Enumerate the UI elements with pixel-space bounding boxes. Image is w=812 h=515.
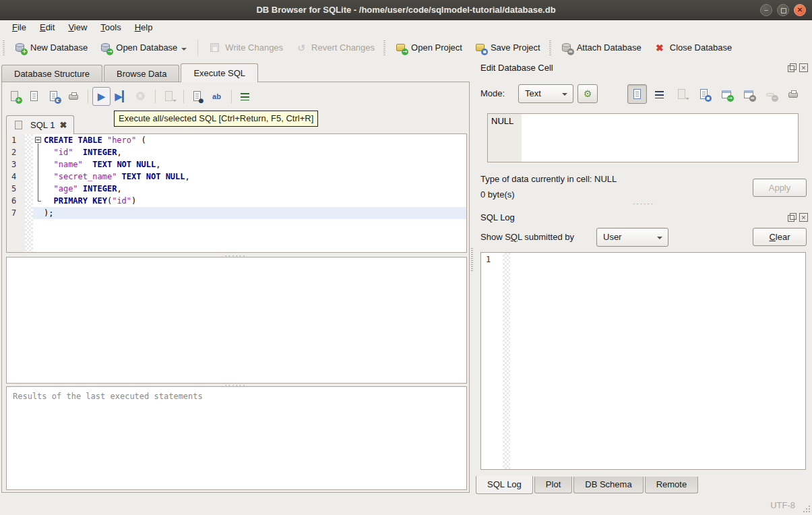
close-icon[interactable]: ✕ <box>794 4 806 16</box>
execute-all-button[interactable]: ▶ <box>92 87 111 106</box>
dropdown-caret-icon[interactable] <box>685 98 689 102</box>
set-null-button[interactable]: − <box>761 84 780 104</box>
fold-collapse-icon[interactable] <box>33 134 44 146</box>
code-text[interactable]: PRIMARY KEY("id") <box>44 195 466 207</box>
sql-log-area[interactable]: 1 <box>480 252 806 470</box>
toolbar-drag-handle[interactable] <box>3 40 5 55</box>
sql-editor[interactable]: 1CREATE TABLE "hero" (2 "id" INTEGER,3 "… <box>6 133 467 253</box>
bottom-tab-remote[interactable]: Remote <box>645 477 699 493</box>
encoding-indicator[interactable]: UTF-8 <box>770 500 795 510</box>
results-grid-pane[interactable] <box>6 257 467 384</box>
code-text[interactable]: CREATE TABLE "hero" ( <box>44 134 466 146</box>
editor-code-area[interactable]: 1CREATE TABLE "hero" (2 "id" INTEGER,3 "… <box>7 134 466 219</box>
float-dock-icon[interactable] <box>787 63 796 72</box>
new-database-button[interactable]: +New Database <box>8 38 94 57</box>
edit-cell-dock-buttons: ✕ <box>787 63 808 72</box>
save-project-button[interactable]: ▪Save Project <box>468 38 546 57</box>
titlebar[interactable]: DB Browser for SQLite - /home/user/code/… <box>0 0 812 20</box>
minimize-icon[interactable]: – <box>760 4 772 16</box>
editor-line-6[interactable]: 6 PRIMARY KEY("id") <box>7 195 466 207</box>
autocomplete-button[interactable]: ab <box>208 87 226 106</box>
line-number: 2 <box>7 146 25 158</box>
toolbar-separator <box>183 90 184 103</box>
code-text[interactable]: "id" INTEGER, <box>44 146 466 158</box>
word-wrap-button[interactable] <box>650 84 669 104</box>
dropdown-caret-icon[interactable] <box>57 100 61 104</box>
code-text[interactable]: ); <box>44 207 466 219</box>
execute-all-icon: ▶ <box>96 90 108 102</box>
print-button[interactable] <box>64 87 82 106</box>
text-mode-button[interactable] <box>627 84 647 104</box>
fold-indicator <box>33 195 44 207</box>
submitted-by-select[interactable]: User <box>596 228 668 247</box>
dropdown-caret-icon[interactable] <box>173 100 177 104</box>
find-button[interactable]: ● <box>188 87 206 106</box>
maximize-icon[interactable] <box>777 4 789 16</box>
open-sql-file-button[interactable] <box>25 87 43 106</box>
write-changes-icon <box>209 42 221 54</box>
code-text[interactable]: "age" INTEGER, <box>44 183 466 195</box>
float-dock-icon[interactable] <box>787 213 796 222</box>
attach-database-button[interactable]: ∞Attach Database <box>555 38 648 57</box>
toolbar-drag-handle[interactable] <box>549 40 551 55</box>
fold-margin-cell <box>25 134 33 146</box>
editor-line-5[interactable]: 5 "age" INTEGER, <box>7 183 466 195</box>
stop-button[interactable]: ✕ <box>131 87 150 106</box>
menu-view[interactable]: View <box>61 20 94 36</box>
export-data-button[interactable]: → <box>716 84 736 104</box>
import-data-button[interactable]: ▪ <box>694 84 714 104</box>
editor-line-3[interactable]: 3 "name" TEXT NOT NULL, <box>7 158 466 171</box>
cell-type-info: Type of data currently in cell: NULL <box>480 174 617 184</box>
revert-changes-button[interactable]: ↺Revert Changes <box>289 38 381 57</box>
import-gear-icon[interactable]: ⚙ <box>577 84 598 103</box>
toolbar-drag-handle[interactable] <box>383 40 385 55</box>
execute-line-button[interactable]: ▶ <box>112 87 130 106</box>
line-number: 7 <box>7 207 25 219</box>
save-results-button[interactable] <box>160 87 178 106</box>
dock-splitter[interactable] <box>471 248 473 271</box>
editor-line-2[interactable]: 2 "id" INTEGER, <box>7 146 466 158</box>
close-dock-icon[interactable]: ✕ <box>799 213 808 222</box>
window-controls: – ✕ <box>760 4 806 16</box>
save-sql-file-button[interactable]: ▪ <box>44 87 63 106</box>
new-sql-tab-icon: + <box>9 90 21 102</box>
splitter-handle[interactable]: ······ <box>475 202 812 206</box>
close-database-button[interactable]: ✖Close Database <box>648 38 739 57</box>
bottom-tab-sql-log[interactable]: SQL Log <box>476 476 533 494</box>
close-sql-tab-icon[interactable]: ✖ <box>59 120 67 130</box>
fold-margin-cell <box>25 207 33 219</box>
print-cell-button[interactable] <box>783 84 803 104</box>
tab-database-structure[interactable]: Database Structure <box>1 65 102 82</box>
menu-help[interactable]: Help <box>128 20 160 36</box>
apply-button[interactable]: Apply <box>753 179 807 197</box>
open-project-button[interactable]: →Open Project <box>389 38 468 57</box>
messages-pane[interactable]: Results of the last executed statements <box>6 386 467 490</box>
cell-editor-box[interactable]: NULL <box>487 113 799 162</box>
menu-edit[interactable]: Edit <box>33 20 61 36</box>
new-sql-tab-button[interactable]: + <box>5 87 24 106</box>
editor-line-7[interactable]: 7); <box>7 207 466 219</box>
open-in-external-button[interactable]: ∞ <box>739 84 758 104</box>
open-database-button[interactable]: →Open Database <box>94 38 193 57</box>
format-sql-button[interactable] <box>236 87 254 106</box>
clear-button[interactable]: Clear <box>753 228 807 246</box>
code-text[interactable]: "secret_name" TEXT NOT NULL, <box>44 171 466 183</box>
dropdown-caret-icon[interactable] <box>181 48 187 53</box>
bottom-tab-plot[interactable]: Plot <box>534 477 572 493</box>
editor-line-4[interactable]: 4 "secret_name" TEXT NOT NULL, <box>7 171 466 183</box>
results-placeholder: Results of the last executed statements <box>7 387 466 406</box>
resize-grip-icon[interactable] <box>802 504 810 512</box>
menu-tools[interactable]: Tools <box>94 20 127 36</box>
mode-select[interactable]: Text <box>518 84 573 103</box>
save-cell-button[interactable] <box>672 84 691 104</box>
tab-execute-sql[interactable]: Execute SQL <box>181 63 258 82</box>
editor-line-1[interactable]: 1CREATE TABLE "hero" ( <box>7 134 466 146</box>
open-in-external-icon: ∞ <box>743 88 755 100</box>
sql-document-tab[interactable]: SQL 1 ✖ <box>6 115 74 134</box>
write-changes-button[interactable]: Write Changes <box>203 38 289 57</box>
close-dock-icon[interactable]: ✕ <box>799 63 808 72</box>
tab-browse-data[interactable]: Browse Data <box>104 65 179 82</box>
menu-file[interactable]: File <box>5 20 33 36</box>
code-text[interactable]: "name" TEXT NOT NULL, <box>44 158 466 171</box>
bottom-tab-db-schema[interactable]: DB Schema <box>573 477 643 493</box>
